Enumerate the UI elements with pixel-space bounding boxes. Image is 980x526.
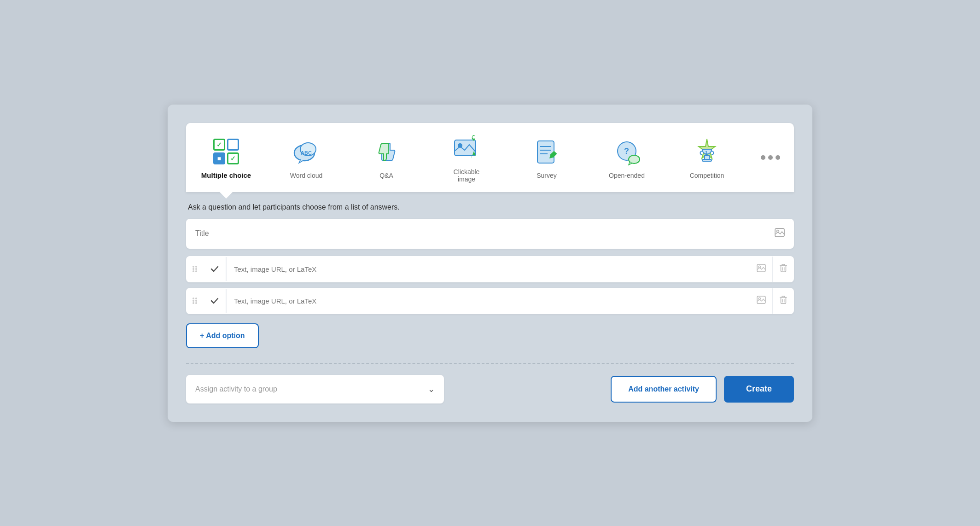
dashed-divider xyxy=(186,363,794,364)
bottom-buttons: Add another activity Create xyxy=(611,376,794,403)
option-input-1[interactable] xyxy=(227,257,750,281)
svg-text:?: ? xyxy=(624,146,629,156)
svg-point-33 xyxy=(192,300,194,302)
bottom-section: Assign activity to a group ⌄ Add another… xyxy=(186,375,794,403)
svg-text:1: 1 xyxy=(705,151,708,156)
svg-rect-15 xyxy=(705,156,709,159)
title-input-wrapper xyxy=(186,219,794,249)
option-delete-btn-1[interactable] xyxy=(773,256,794,282)
svg-point-24 xyxy=(192,270,194,272)
add-another-activity-button[interactable]: Add another activity xyxy=(611,376,717,403)
tab-qa[interactable]: Q&A xyxy=(346,123,426,192)
more-button[interactable] xyxy=(747,123,794,192)
option-image-btn-1[interactable] xyxy=(750,257,773,282)
open-ended-icon: ? xyxy=(611,136,643,168)
clickable-image-icon xyxy=(450,132,483,164)
tab-word-cloud[interactable]: ABC Word cloud xyxy=(266,123,346,192)
add-another-label: Add another activity xyxy=(628,385,699,393)
tab-word-cloud-label: Word cloud xyxy=(290,172,323,179)
svg-point-20 xyxy=(192,266,194,268)
qa-icon xyxy=(370,136,402,168)
tab-competition-label: Competition xyxy=(690,172,724,179)
svg-point-23 xyxy=(195,268,197,270)
svg-rect-39 xyxy=(781,297,786,304)
option-actions-1 xyxy=(750,256,794,282)
title-image-icon[interactable] xyxy=(775,228,785,240)
tab-open-ended-label: Open-ended xyxy=(609,172,645,179)
tab-open-ended[interactable]: ? Open-ended xyxy=(587,123,667,192)
svg-rect-7 xyxy=(537,141,554,163)
option-input-2[interactable] xyxy=(227,289,750,313)
check-area-2[interactable] xyxy=(204,289,227,313)
drag-handle-2[interactable] xyxy=(186,289,204,312)
add-option-button[interactable]: + Add option xyxy=(186,323,259,348)
svg-point-34 xyxy=(195,300,197,302)
option-image-btn-2[interactable] xyxy=(750,288,773,314)
title-input[interactable] xyxy=(195,229,775,238)
dot3 xyxy=(776,155,780,160)
svg-rect-28 xyxy=(781,265,786,272)
tab-multiple-choice-label: Multiple choice xyxy=(201,171,251,179)
svg-text:ABC: ABC xyxy=(301,150,312,156)
tab-survey[interactable]: Survey xyxy=(507,123,587,192)
description-text: Ask a question and let participants choo… xyxy=(186,192,794,219)
tab-survey-label: Survey xyxy=(537,172,557,179)
svg-point-32 xyxy=(195,298,197,299)
competition-icon: 1 xyxy=(691,136,723,168)
assign-group-label: Assign activity to a group xyxy=(195,385,277,393)
add-option-label: + Add option xyxy=(200,332,245,340)
option-row xyxy=(186,288,794,314)
option-delete-btn-2[interactable] xyxy=(773,288,794,314)
multiple-choice-icon: ✓ ■ ✓ xyxy=(210,135,242,168)
tab-multiple-choice[interactable]: ✓ ■ ✓ Multiple choice xyxy=(186,123,266,192)
drag-handle-1[interactable] xyxy=(186,257,204,281)
dot1 xyxy=(761,155,765,160)
tab-competition[interactable]: 1 Competition xyxy=(667,123,747,192)
survey-icon xyxy=(531,136,563,168)
check-area-1[interactable] xyxy=(204,257,227,281)
main-container: ✓ ■ ✓ Multiple choice ABC Word cloud xyxy=(168,105,812,422)
word-cloud-icon: ABC xyxy=(290,136,322,168)
svg-point-6 xyxy=(472,136,475,139)
svg-point-21 xyxy=(195,266,197,268)
create-label: Create xyxy=(746,384,772,393)
svg-point-22 xyxy=(192,268,194,270)
svg-point-35 xyxy=(192,302,194,304)
tab-qa-label: Q&A xyxy=(379,172,393,179)
create-button[interactable]: Create xyxy=(724,376,794,403)
tab-clickable-image-label: Clickableimage xyxy=(454,168,480,183)
svg-point-25 xyxy=(195,270,197,272)
activity-tabs: ✓ ■ ✓ Multiple choice ABC Word cloud xyxy=(186,123,794,192)
chevron-down-icon: ⌄ xyxy=(428,384,435,394)
svg-point-36 xyxy=(195,302,197,304)
option-actions-2 xyxy=(750,288,794,314)
tab-clickable-image[interactable]: Clickableimage xyxy=(426,123,507,192)
svg-point-13 xyxy=(629,155,640,164)
svg-rect-16 xyxy=(702,159,712,161)
svg-point-31 xyxy=(192,298,194,299)
dot2 xyxy=(768,155,773,160)
options-container xyxy=(186,256,794,314)
svg-point-5 xyxy=(458,143,462,148)
assign-group-dropdown[interactable]: Assign activity to a group ⌄ xyxy=(186,375,444,403)
option-row xyxy=(186,256,794,282)
